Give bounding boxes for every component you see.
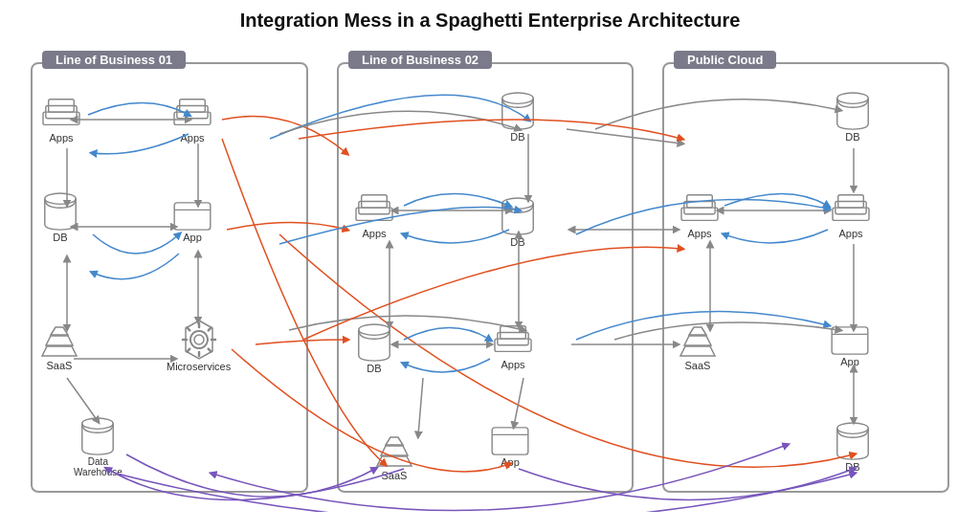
lob1-apps1: Apps xyxy=(38,96,84,144)
svg-marker-44 xyxy=(680,346,715,356)
lob2-db2: DB xyxy=(500,196,536,248)
lob1-apps2: Apps xyxy=(169,96,215,144)
svg-point-22 xyxy=(82,418,113,429)
diagram-area: Line of Business 01 Line of Business 02 … xyxy=(21,43,959,512)
lob1-saas: SaaS xyxy=(38,325,80,371)
svg-point-23 xyxy=(502,93,533,103)
cloud-db2: DB xyxy=(835,421,871,473)
svg-marker-10 xyxy=(46,336,73,345)
lob1-label: Line of Business 01 xyxy=(42,51,186,69)
svg-marker-46 xyxy=(689,327,706,335)
svg-rect-32 xyxy=(492,428,528,454)
lob2-box: Line of Business 02 xyxy=(337,62,634,493)
lob2-app1: App xyxy=(490,426,530,468)
svg-line-20 xyxy=(187,349,189,352)
svg-line-18 xyxy=(208,349,211,352)
cloud-apps2: Apps xyxy=(828,191,874,239)
cloud-db1: DB xyxy=(835,91,871,143)
svg-line-17 xyxy=(187,327,189,330)
svg-marker-34 xyxy=(377,456,412,466)
cloud-apps1: Apps xyxy=(677,191,723,239)
cloud-app1: App xyxy=(830,325,870,367)
svg-point-12 xyxy=(194,335,204,344)
svg-rect-7 xyxy=(174,203,211,230)
lob1-datawarehouse: DataWarehouse xyxy=(74,416,122,477)
svg-point-28 xyxy=(359,324,390,335)
lob1-microservices: Microservices xyxy=(167,319,231,372)
page-title: Integration Mess in a Spaghetti Enterpri… xyxy=(19,10,961,32)
svg-marker-45 xyxy=(684,336,711,345)
lob2-apps1: Apps xyxy=(351,191,397,239)
lob2-apps2: Apps xyxy=(490,322,536,370)
main-container: Integration Mess in a Spaghetti Enterpri… xyxy=(0,0,980,531)
cloud-saas: SaaS xyxy=(677,325,719,371)
cloud-box: Public Cloud xyxy=(662,62,949,493)
lob1-app1: App xyxy=(172,201,212,243)
svg-marker-36 xyxy=(386,437,403,445)
lob2-label: Line of Business 02 xyxy=(348,51,492,69)
svg-rect-47 xyxy=(832,327,868,354)
lob1-db1: DB xyxy=(42,191,78,243)
cloud-label: Public Cloud xyxy=(674,51,776,69)
svg-point-37 xyxy=(837,93,868,103)
lob2-db1-top: DB xyxy=(500,91,536,143)
lob2-saas: SaaS xyxy=(373,435,415,481)
svg-point-6 xyxy=(45,193,76,204)
svg-line-19 xyxy=(208,327,211,330)
svg-point-49 xyxy=(837,423,868,433)
svg-marker-11 xyxy=(51,327,68,335)
svg-marker-9 xyxy=(42,346,77,356)
svg-marker-35 xyxy=(381,446,408,455)
svg-point-27 xyxy=(502,198,533,209)
lob2-db3: DB xyxy=(356,322,392,374)
